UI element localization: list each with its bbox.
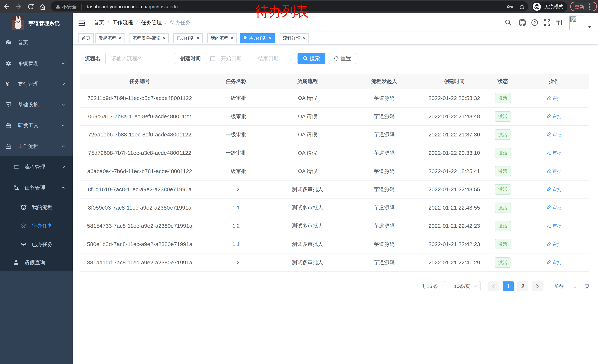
svg-text:?: ?	[533, 20, 536, 25]
